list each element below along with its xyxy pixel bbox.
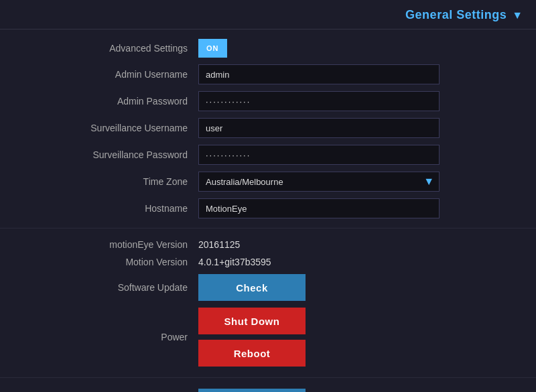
surveillance-username-label: Surveillance Username [40,123,188,133]
timezone-select[interactable]: Australia/Melbourne UTC America/New_York… [198,172,440,192]
admin-password-row: Admin Password [40,91,496,111]
power-row: Power Shut Down Reboot [40,308,496,367]
hostname-input[interactable] [198,198,440,218]
motioneye-version-row: motionEye Version 20161125 [40,239,496,250]
software-update-label: Software Update [40,282,188,293]
timezone-label: Time Zone [40,176,188,187]
surveillance-username-input[interactable] [198,118,440,138]
backup-button[interactable]: Backup [198,389,306,392]
main-container: General Settings ▼ Advanced Settings ON … [0,0,536,392]
admin-username-input[interactable] [198,64,440,84]
hostname-label: Hostname [40,203,188,214]
motioneye-version-label: motionEye Version [40,239,188,250]
config-section: Configuration Backup Restore [0,378,536,392]
timezone-select-wrapper: Australia/Melbourne UTC America/New_York… [198,172,440,192]
admin-password-label: Admin Password [40,96,188,107]
motion-version-row: Motion Version 4.0.1+git37b3595 [40,257,496,267]
settings-form-section: Advanced Settings ON Admin Username Admi… [0,29,536,228]
shutdown-button[interactable]: Shut Down [198,308,306,334]
advanced-settings-toggle[interactable]: ON [198,39,227,58]
admin-password-input[interactable] [198,91,440,111]
hostname-row: Hostname [40,198,496,218]
config-button-group: Backup Restore [198,389,306,392]
reboot-button[interactable]: Reboot [198,340,306,367]
toggle-container: ON [198,39,227,58]
surveillance-username-row: Surveillance Username [40,118,496,138]
configuration-row: Configuration Backup Restore [40,389,496,392]
header: General Settings ▼ [0,0,536,29]
software-update-row: Software Update Check [40,274,496,301]
motion-version-value: 4.0.1+git37b3595 [198,257,271,267]
power-label: Power [40,332,188,342]
admin-username-row: Admin Username [40,64,496,84]
surveillance-password-label: Surveillance Password [40,149,188,160]
check-button[interactable]: Check [198,274,306,301]
surveillance-password-input[interactable] [198,145,440,165]
power-button-group: Shut Down Reboot [198,308,306,367]
chevron-down-icon[interactable]: ▼ [512,9,523,21]
surveillance-password-row: Surveillance Password [40,145,496,165]
info-section: motionEye Version 20161125 Motion Versio… [0,228,536,378]
motion-version-label: Motion Version [40,257,188,267]
admin-username-label: Admin Username [40,69,188,80]
page-title: General Settings [405,8,507,22]
timezone-row: Time Zone Australia/Melbourne UTC Americ… [40,172,496,192]
advanced-settings-row: Advanced Settings ON [40,39,496,58]
motioneye-version-value: 20161125 [198,239,240,250]
advanced-settings-label: Advanced Settings [40,43,188,54]
